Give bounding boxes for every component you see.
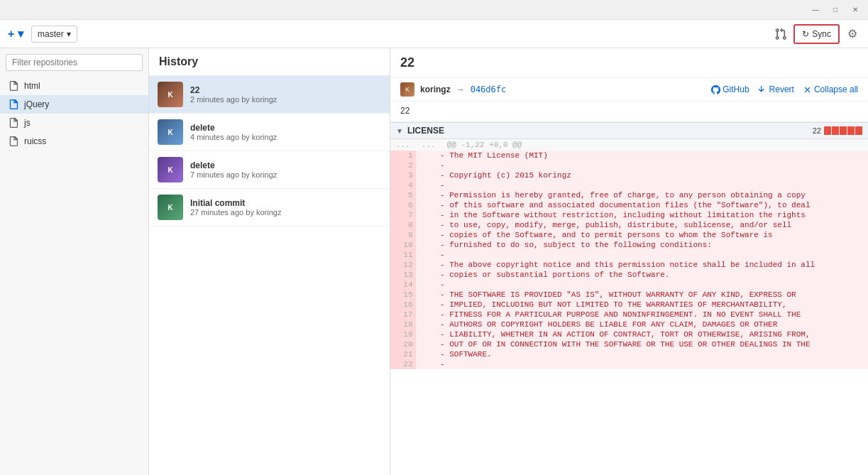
maximize-button[interactable]: □	[825, 0, 845, 20]
diff-line-row: 2 -	[390, 160, 868, 170]
diff-line-row: 13 - copies or substantial portions of t…	[390, 270, 868, 280]
diff-line-row: 19 - LIABILITY, WHETHER IN AN ACTION OF …	[390, 329, 868, 339]
diff-lines-container: 1 - The MIT License (MIT)2 -3 - Copyrigh…	[390, 151, 868, 369]
diff-line-row: 20 - OUT OF OR IN CONNECTION WITH THE SO…	[390, 339, 868, 349]
diff-line-row: 3 - Copyright (c) 2015 koringz	[390, 170, 868, 180]
sidebar-item-jquery[interactable]: jQuery	[0, 95, 148, 114]
diff-actions: GitHub Revert Collapse all	[711, 84, 858, 94]
diff-header: 22	[390, 48, 868, 78]
close-button[interactable]: ✕	[845, 0, 865, 20]
diff-line-row: 11 -	[390, 250, 868, 260]
branch-selector[interactable]: master ▾	[31, 26, 77, 43]
diff-line-row: 8 - to use, copy, modify, merge, publish…	[390, 220, 868, 230]
github-label: GitHub	[723, 84, 749, 94]
settings-button[interactable]: ⚙	[842, 24, 862, 44]
sidebar-item-js[interactable]: js	[0, 114, 148, 132]
diff-line-row: 9 - copies of the Software, and to permi…	[390, 230, 868, 240]
diff-panel: 22 K koringz → 046d6fc GitHub Revert	[390, 48, 868, 475]
sidebar-item-ruicss[interactable]: ruicss	[0, 132, 148, 151]
file-icon	[9, 99, 18, 109]
sidebar-item-html[interactable]: html	[0, 77, 148, 95]
commit-list: K 22 2 minutes ago by koringz K delete 4…	[149, 76, 390, 475]
github-button[interactable]: GitHub	[711, 84, 749, 94]
titlebar: — □ ✕	[0, 0, 868, 20]
stat-count: 22	[813, 126, 821, 135]
commit-avatar-delete1: K	[158, 119, 183, 145]
diff-line-row: 15 - THE SOFTWARE IS PROVIDED "AS IS", W…	[390, 290, 868, 300]
main-content: html jQuery js ruicss History K	[0, 48, 868, 475]
diff-author-avatar: K	[400, 82, 414, 97]
filter-repositories-input[interactable]	[6, 54, 143, 71]
commit-title-delete1: delete	[190, 123, 381, 133]
diff-line-row: 18 - AUTHORS OR COPYRIGHT HOLDERS BE LIA…	[390, 320, 868, 329]
file-icon	[9, 118, 18, 128]
diff-author-name: koringz	[420, 84, 451, 94]
sync-label: Sync	[812, 29, 831, 39]
diff-author-row: K koringz → 046d6fc GitHub Revert Collap…	[390, 78, 868, 102]
toolbar: + ▾ master ▾ ↻ Sync ⚙	[0, 20, 868, 48]
commit-item-initial[interactable]: K Initial commit 27 minutes ago by korin…	[149, 189, 390, 226]
diff-hunk-header: @@ -1,22 +0,0 @@	[441, 139, 868, 151]
add-button[interactable]: + ▾	[6, 24, 26, 44]
commit-title-delete2: delete	[190, 160, 381, 170]
sidebar-item-label-html: html	[24, 81, 40, 91]
history-panel: History K 22 2 minutes ago by koringz K …	[149, 48, 390, 475]
commit-item-delete1[interactable]: K delete 4 minutes ago by koringz	[149, 114, 390, 151]
file-diff-stats	[824, 126, 862, 135]
file-diff: ▼ LICENSE 22 ... ... @@ -1,22 +0,0 @@	[390, 122, 868, 475]
sidebar: html jQuery js ruicss	[0, 48, 149, 475]
gear-icon: ⚙	[847, 27, 857, 40]
commit-avatar-22: K	[158, 82, 183, 107]
diff-ellipsis-row: ... ... @@ -1,22 +0,0 @@	[390, 139, 868, 151]
diff-line-row: 22 -	[390, 359, 868, 369]
revert-button[interactable]: Revert	[758, 84, 794, 94]
diff-commit-title: 22	[400, 55, 414, 70]
commit-meta-22: 2 minutes ago by koringz	[190, 95, 381, 104]
diff-line-row: 1 - The MIT License (MIT)	[390, 151, 868, 160]
commit-item-22[interactable]: K 22 2 minutes ago by koringz	[149, 76, 390, 114]
commit-meta-initial: 27 minutes ago by koringz	[190, 208, 381, 217]
branch-chevron-icon: ▾	[67, 29, 71, 39]
commit-avatar-delete2: K	[158, 157, 183, 182]
collapse-all-label: Collapse all	[814, 84, 858, 94]
diff-line-row: 14 -	[390, 280, 868, 290]
collapse-all-button[interactable]: Collapse all	[803, 84, 858, 94]
file-diff-header[interactable]: ▼ LICENSE 22	[390, 122, 868, 139]
sidebar-item-label-ruicss: ruicss	[24, 136, 46, 146]
revert-label: Revert	[769, 84, 794, 94]
commit-meta-delete2: 7 minutes ago by koringz	[190, 170, 381, 179]
pull-request-button[interactable]	[771, 24, 791, 44]
sync-button[interactable]: ↻ Sync	[793, 24, 840, 44]
diff-description: 22	[390, 102, 868, 122]
diff-line-row: 16 - IMPLIED, INCLUDING BUT NOT LIMITED …	[390, 300, 868, 310]
diff-line-row: 12 - The above copyright notice and this…	[390, 260, 868, 270]
diff-line-row: 7 - in the Software without restriction,…	[390, 210, 868, 220]
file-icon	[9, 136, 18, 146]
diff-hash: 046d6fc	[471, 84, 507, 94]
diff-line-row: 21 - SOFTWARE.	[390, 349, 868, 359]
branch-label: master	[38, 29, 64, 39]
commit-meta-delete1: 4 minutes ago by koringz	[190, 133, 381, 141]
diff-line-row: 17 - FITNESS FOR A PARTICULAR PURPOSE AN…	[390, 310, 868, 320]
diff-line-row: 5 - Permission is hereby granted, free o…	[390, 190, 868, 200]
diff-hash-arrow: →	[456, 84, 465, 94]
diff-line-row: 6 - of this software and associated docu…	[390, 200, 868, 210]
commit-item-delete2[interactable]: K delete 7 minutes ago by koringz	[149, 151, 390, 189]
commit-title-initial: Initial commit	[190, 198, 381, 208]
commit-title-22: 22	[190, 85, 381, 95]
diff-line-row: 4 -	[390, 180, 868, 190]
file-icon	[9, 81, 18, 91]
sync-icon: ↻	[802, 29, 809, 39]
diff-table: ... ... @@ -1,22 +0,0 @@	[390, 139, 868, 151]
file-diff-name: LICENSE	[407, 126, 813, 136]
repository-list: html jQuery js ruicss	[0, 77, 148, 475]
history-title: History	[149, 48, 390, 76]
sidebar-item-label-js: js	[24, 118, 31, 128]
diff-line-row: 10 - furnished to do so, subject to the …	[390, 240, 868, 250]
commit-avatar-initial: K	[158, 195, 183, 220]
chevron-down-icon: ▼	[396, 127, 403, 135]
sidebar-item-label-jquery: jQuery	[24, 99, 49, 109]
minimize-button[interactable]: —	[806, 0, 825, 20]
